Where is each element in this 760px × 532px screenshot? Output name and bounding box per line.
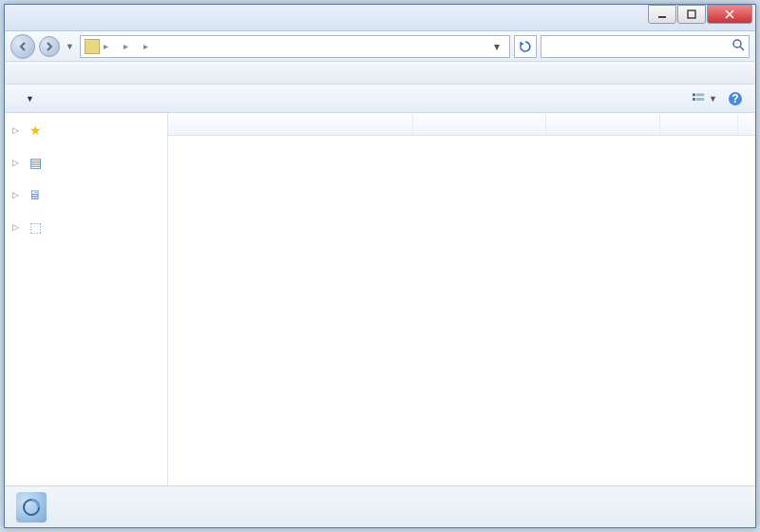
file-list <box>168 113 755 485</box>
caret-icon: ▷ <box>12 158 22 167</box>
sidebar-head-favorites[interactable]: ▷ ★ <box>5 119 167 142</box>
search-icon[interactable] <box>732 38 745 54</box>
forward-button[interactable] <box>39 36 60 57</box>
column-type[interactable] <box>546 113 660 135</box>
menu-bar <box>5 62 755 85</box>
library-icon: ▤ <box>28 155 43 170</box>
menu-tools[interactable] <box>54 70 69 76</box>
address-dropdown-icon[interactable]: ▾ <box>488 40 505 53</box>
close-button[interactable] <box>707 5 752 24</box>
svg-point-2 <box>733 40 741 48</box>
network-icon: ⬚ <box>28 219 43 235</box>
sidebar-computer: ▷ 🖥 <box>5 183 167 206</box>
breadcrumb[interactable] <box>152 45 160 48</box>
star-icon: ★ <box>28 123 43 138</box>
nav-bar: ▼ ▸ ▸ ▸ ▾ <box>5 31 755 62</box>
status-bar <box>5 485 755 527</box>
chevron-right-icon: ▸ <box>102 41 110 51</box>
svg-rect-0 <box>658 16 666 18</box>
folder-icon <box>85 39 100 54</box>
history-dropdown-icon[interactable]: ▼ <box>64 42 76 51</box>
menu-edit[interactable] <box>24 70 39 76</box>
svg-text:?: ? <box>732 92 738 105</box>
help-button[interactable]: ? <box>723 88 748 109</box>
svg-rect-3 <box>693 93 695 96</box>
computer-icon: 🖥 <box>28 187 43 202</box>
refresh-button[interactable] <box>514 35 537 58</box>
titlebar <box>5 5 755 31</box>
sidebar-head-network[interactable]: ▷ ⬚ <box>5 216 167 238</box>
minimize-button[interactable] <box>648 5 676 24</box>
column-headers <box>168 113 755 136</box>
sidebar-libraries: ▷ ▤ <box>5 151 167 174</box>
sidebar-head-libraries[interactable]: ▷ ▤ <box>5 151 167 174</box>
view-options-button[interactable]: ▼ <box>693 88 717 109</box>
toolbar: ▼ ▼ ? <box>5 85 755 113</box>
caret-icon: ▷ <box>12 190 22 200</box>
chevron-right-icon: ▸ <box>142 41 150 51</box>
chevron-right-icon: ▸ <box>122 41 130 51</box>
sidebar-head-computer[interactable]: ▷ 🖥 <box>5 183 167 206</box>
maximize-button[interactable] <box>677 5 706 24</box>
organize-button[interactable]: ▼ <box>12 90 44 107</box>
chevron-down-icon: ▼ <box>26 94 34 104</box>
address-bar[interactable]: ▸ ▸ ▸ ▾ <box>80 35 510 58</box>
menu-help[interactable] <box>69 70 85 76</box>
sidebar: ▷ ★ ▷ ▤ ▷ 🖥 <box>5 113 168 485</box>
breadcrumb[interactable] <box>132 45 140 48</box>
breadcrumb[interactable] <box>112 45 120 48</box>
explorer-window: ▼ ▸ ▸ ▸ ▾ ▼ ▼ ? <box>4 4 756 528</box>
back-button[interactable] <box>10 34 35 59</box>
svg-rect-6 <box>696 98 704 101</box>
svg-rect-5 <box>693 98 695 101</box>
status-icon <box>16 492 47 522</box>
column-size[interactable] <box>660 113 738 135</box>
menu-file[interactable] <box>9 70 24 76</box>
search-input[interactable] <box>545 40 732 53</box>
sidebar-favorites: ▷ ★ <box>5 119 167 142</box>
svg-rect-4 <box>696 93 704 96</box>
caret-icon: ▷ <box>12 222 22 232</box>
body: ▷ ★ ▷ ▤ ▷ 🖥 <box>5 113 755 485</box>
menu-view[interactable] <box>39 70 54 76</box>
sidebar-network: ▷ ⬚ <box>5 216 167 238</box>
column-date[interactable] <box>413 113 546 135</box>
svg-rect-1 <box>688 10 695 18</box>
column-name[interactable] <box>168 113 413 135</box>
search-box[interactable] <box>541 35 750 58</box>
caret-icon: ▷ <box>12 125 22 135</box>
